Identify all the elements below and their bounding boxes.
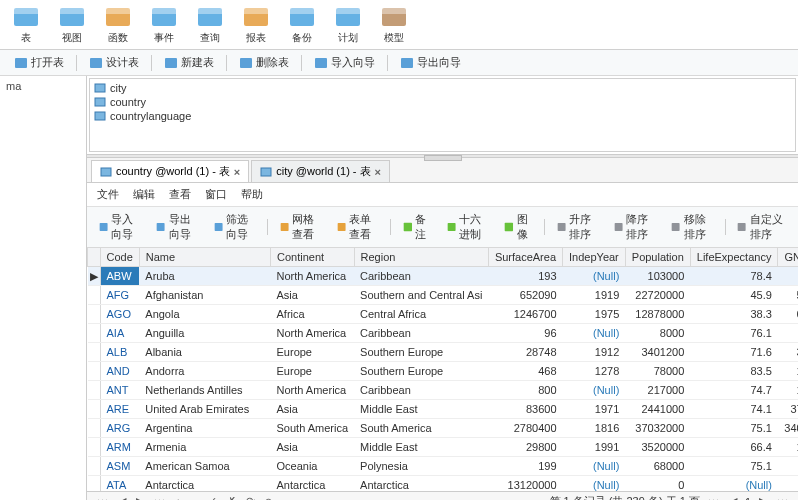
tab-close-1[interactable]: × [375, 166, 381, 178]
table-row[interactable]: ANTNetherlands AntillesNorth AmericaCari… [88, 381, 799, 400]
object-countrylanguage[interactable]: countrylanguage [92, 109, 793, 123]
ribbon-函数[interactable]: 函数 [96, 2, 140, 47]
table-icon [100, 166, 112, 178]
svg-rect-28 [261, 168, 271, 176]
ribbon-模型[interactable]: 模型 [372, 2, 416, 47]
menu-窗口[interactable]: 窗口 [205, 187, 227, 202]
table-row[interactable]: AIAAnguillaNorth AmericaCaribbean96(Null… [88, 324, 799, 343]
menu-文件[interactable]: 文件 [97, 187, 119, 202]
svg-rect-27 [101, 168, 111, 176]
menu-帮助[interactable]: 帮助 [241, 187, 263, 202]
svg-rect-20 [165, 58, 177, 68]
nav-commit[interactable]: ✓ [206, 495, 219, 500]
nav-prev[interactable]: ◀ [116, 495, 128, 500]
grid-scroll[interactable]: CodeNameContinentRegionSurfaceAreaIndepY… [87, 248, 798, 491]
menu-查看[interactable]: 查看 [169, 187, 191, 202]
col-GNP[interactable]: GNP [778, 248, 798, 267]
svg-rect-40 [738, 223, 746, 231]
splitter[interactable] [87, 154, 798, 158]
col-Continent[interactable]: Continent [271, 248, 355, 267]
object-city[interactable]: city [92, 81, 793, 95]
tab-0[interactable]: country @world (1) - 表× [91, 160, 249, 182]
nav-delete[interactable]: − [189, 496, 199, 501]
table-row[interactable]: AFGAfghanistanAsiaSouthern and Central A… [88, 286, 799, 305]
objtb-3[interactable]: 删除表 [233, 53, 295, 72]
table-row[interactable]: ALBAlbaniaEuropeSouthern Europe287481912… [88, 343, 799, 362]
gridtb-2[interactable]: 筛选向导 [208, 210, 261, 244]
gridtb-8[interactable]: 升序排序 [551, 210, 604, 244]
nav-refresh[interactable]: ⟳ [244, 495, 257, 500]
table-row[interactable]: AREUnited Arab EmiratesAsiaMiddle East83… [88, 400, 799, 419]
col-Region[interactable]: Region [354, 248, 488, 267]
ribbon-备份[interactable]: 备份 [280, 2, 324, 47]
svg-rect-25 [95, 98, 105, 106]
svg-rect-11 [244, 8, 268, 14]
page-last[interactable]: ⏭ [775, 496, 790, 501]
col-LifeExpectancy[interactable]: LifeExpectancy [690, 248, 778, 267]
nav-cancel[interactable]: ✗ [225, 495, 238, 500]
col-SurfaceArea[interactable]: SurfaceArea [488, 248, 562, 267]
col-Name[interactable]: Name [139, 248, 270, 267]
objtb-5[interactable]: 导出向导 [394, 53, 467, 72]
left-pane: ma [0, 76, 87, 500]
gridtb-5[interactable]: 备注 [397, 210, 437, 244]
data-grid[interactable]: CodeNameContinentRegionSurfaceAreaIndepY… [87, 248, 798, 491]
gridtb-6[interactable]: 十六进制 [441, 210, 494, 244]
nav-add[interactable]: + [173, 496, 183, 501]
page-prev[interactable]: ◀ [727, 495, 739, 500]
ribbon-计划[interactable]: 计划 [326, 2, 370, 47]
gridtb-0[interactable]: 导入向导 [93, 210, 146, 244]
svg-rect-32 [280, 223, 288, 231]
col-Population[interactable]: Population [625, 248, 690, 267]
editor-tabs: country @world (1) - 表×city @world (1) -… [87, 158, 798, 183]
page-next[interactable]: ▶ [757, 495, 769, 500]
svg-rect-24 [95, 84, 105, 92]
col-IndepYear[interactable]: IndepYear [563, 248, 626, 267]
table-row[interactable]: AGOAngolaAfricaCentral Africa12467001975… [88, 305, 799, 324]
table-row[interactable]: ▶ABWArubaNorth AmericaCaribbean193(Null)… [88, 267, 799, 286]
ribbon-视图[interactable]: 视图 [50, 2, 94, 47]
gridtb-10[interactable]: 移除排序 [665, 210, 718, 244]
nav-first[interactable]: ⏮ [95, 496, 110, 501]
editor-menubar: 文件编辑查看窗口帮助 [87, 183, 798, 207]
tab-close-0[interactable]: × [234, 166, 240, 178]
objtb-2[interactable]: 新建表 [158, 53, 220, 72]
table-row[interactable]: ARMArmeniaAsiaMiddle East298001991352000… [88, 438, 799, 457]
ribbon-事件[interactable]: 事件 [142, 2, 186, 47]
svg-rect-34 [403, 223, 411, 231]
col-Code[interactable]: Code [100, 248, 139, 267]
gridtb-9[interactable]: 降序排序 [608, 210, 661, 244]
nav-stop[interactable]: ⦸ [263, 495, 274, 500]
table-row[interactable]: ATAAntarcticaAntarcticaAntarctica1312000… [88, 476, 799, 492]
object-country[interactable]: country [92, 95, 793, 109]
table-row[interactable]: ASMAmerican SamoaOceaniaPolynesia199(Nul… [88, 457, 799, 476]
objtb-0[interactable]: 打开表 [8, 53, 70, 72]
objtb-1[interactable]: 设计表 [83, 53, 145, 72]
record-navigator: ⏮ ◀ ▶ ⏭ + − ✓ ✗ ⟳ ⦸ 第 1 条记录 (共 239 条) 于 … [87, 491, 798, 500]
svg-rect-5 [106, 8, 130, 14]
svg-rect-31 [214, 223, 222, 231]
gridtb-4[interactable]: 表单查看 [331, 210, 384, 244]
left-pane-text: ma [6, 80, 21, 92]
svg-rect-3 [60, 8, 84, 14]
tab-1[interactable]: city @world (1) - 表× [251, 160, 390, 182]
gridtb-1[interactable]: 导出向导 [150, 210, 203, 244]
ribbon-报表[interactable]: 报表 [234, 2, 278, 47]
svg-rect-38 [615, 223, 623, 231]
ribbon-表[interactable]: 表 [4, 2, 48, 47]
table-row[interactable]: ARGArgentinaSouth AmericaSouth America27… [88, 419, 799, 438]
table-row[interactable]: ANDAndorraEuropeSouthern Europe468127878… [88, 362, 799, 381]
nav-next[interactable]: ▶ [134, 495, 146, 500]
ribbon-查询[interactable]: 查询 [188, 2, 232, 47]
gridtb-11[interactable]: 自定义排序 [731, 210, 792, 244]
gridtb-3[interactable]: 网格查看 [274, 210, 327, 244]
menu-编辑[interactable]: 编辑 [133, 187, 155, 202]
svg-rect-30 [157, 223, 165, 231]
gridtb-7[interactable]: 图像 [498, 210, 538, 244]
svg-rect-17 [382, 8, 406, 14]
grid-toolbar: 导入向导导出向导筛选向导网格查看表单查看备注十六进制图像升序排序降序排序移除排序… [87, 207, 798, 248]
page-first[interactable]: ⏮ [706, 496, 721, 501]
svg-rect-9 [198, 8, 222, 14]
nav-last[interactable]: ⏭ [152, 496, 167, 501]
objtb-4[interactable]: 导入向导 [308, 53, 381, 72]
